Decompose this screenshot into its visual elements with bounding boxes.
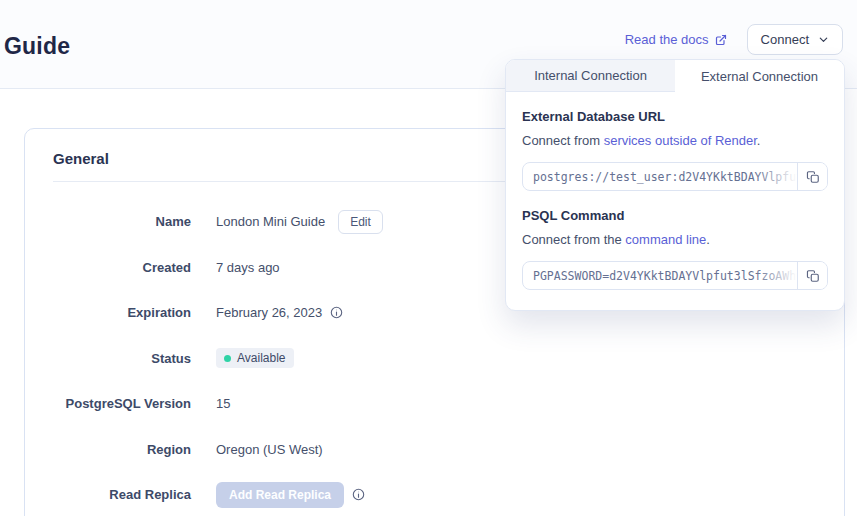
row-value: 7 days ago [216,260,280,275]
connect-button-label: Connect [761,32,809,47]
row-value: 15 [216,396,230,411]
row-region: Region Oregon (US West) [53,427,816,473]
row-label: Name [53,214,191,229]
row-postgresql-version: PostgreSQL Version 15 [53,381,816,427]
docs-link-label: Read the docs [625,32,709,47]
external-database-url-desc: Connect from services outside of Render. [522,133,828,148]
read-replica-info-icon[interactable] [352,488,365,501]
psql-command-field: PGPASSWORD=d2V4YKktBDAYVlpfut3lSfzoAWhwb… [522,261,828,290]
expiration-info-icon[interactable] [330,306,343,319]
row-label: Expiration [53,305,191,320]
row-value: London Mini Guide [216,214,325,229]
read-the-docs-link[interactable]: Read the docs [625,32,727,47]
row-label: PostgreSQL Version [53,396,191,411]
psql-command-desc: Connect from the command line. [522,232,828,247]
chevron-down-icon [818,34,829,45]
external-database-url-heading: External Database URL [522,109,828,124]
page-title: Guide [4,33,70,60]
row-status: Status Available [53,336,816,382]
row-label: Created [53,260,191,275]
row-label: Region [53,442,191,457]
copy-external-url-button[interactable] [797,163,827,190]
status-badge: Available [216,348,294,368]
tab-external-connection[interactable]: External Connection [675,60,844,92]
connect-button[interactable]: Connect [747,24,843,55]
tab-internal-connection[interactable]: Internal Connection [506,60,675,92]
row-value: Oregon (US West) [216,442,323,457]
copy-icon [806,170,820,184]
connect-popover: Internal Connection External Connection … [505,59,845,311]
row-read-replica: Read Replica Add Read Replica [53,472,816,516]
popover-tabs: Internal Connection External Connection [506,60,844,92]
external-database-url-value[interactable]: postgres://test_user:d2V4YKktBDAYVlpfut3… [523,163,797,190]
row-value: February 26, 2023 [216,305,322,320]
command-line-link[interactable]: command line [625,232,706,247]
header-actions: Read the docs Connect [625,24,843,55]
row-label: Read Replica [53,487,191,502]
external-link-icon [715,34,727,46]
edit-name-button[interactable]: Edit [338,210,383,234]
row-label: Status [53,351,191,366]
external-database-url-field: postgres://test_user:d2V4YKktBDAYVlpfut3… [522,162,828,191]
psql-command-heading: PSQL Command [522,208,828,223]
services-outside-render-link[interactable]: services outside of Render [604,133,757,148]
psql-command-value[interactable]: PGPASSWORD=d2V4YKktBDAYVlpfut3lSfzoAWhwb… [523,262,797,289]
page: Guide Read the docs Connect [0,0,857,516]
status-dot-icon [224,355,231,362]
copy-icon [806,269,820,283]
popover-body: External Database URL Connect from servi… [506,92,844,310]
copy-psql-command-button[interactable] [797,262,827,289]
add-read-replica-button[interactable]: Add Read Replica [216,482,344,508]
status-badge-label: Available [237,351,285,365]
